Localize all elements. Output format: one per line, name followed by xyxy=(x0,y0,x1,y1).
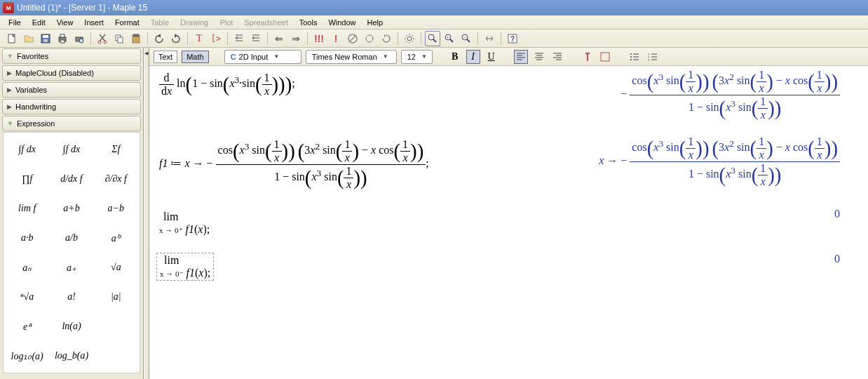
expr-template-15[interactable]: ⁿ√a xyxy=(6,286,48,308)
italic-button[interactable]: I xyxy=(466,50,480,64)
expr-template-1[interactable]: ∫f dx xyxy=(50,138,92,161)
expr-template-0[interactable]: ∫f dx xyxy=(6,138,48,161)
menu-tools[interactable]: Tools xyxy=(294,17,323,28)
cut-button[interactable] xyxy=(95,31,110,46)
bullet-list-button[interactable] xyxy=(628,50,642,64)
toolbar-separator xyxy=(307,32,308,45)
svg-point-30 xyxy=(630,53,632,55)
math-input-active[interactable]: limx → 0⁻ f1(x); xyxy=(156,253,214,281)
menu-help[interactable]: Help xyxy=(362,17,389,28)
expr-template-3[interactable]: ∏f xyxy=(6,168,48,190)
align-left-button[interactable] xyxy=(514,50,528,64)
palette-expression[interactable]: ▼Expression xyxy=(2,116,141,131)
svg-point-17 xyxy=(366,35,373,42)
toggle-button[interactable] xyxy=(482,31,497,46)
expr-template-14[interactable]: √a xyxy=(95,256,137,279)
svg-text:−: − xyxy=(463,35,466,39)
undo-button[interactable] xyxy=(151,31,167,46)
expr-template-11[interactable]: aᵇ xyxy=(95,227,137,249)
math-mode-button[interactable]: Math xyxy=(182,51,208,63)
align-center-button[interactable] xyxy=(532,50,546,64)
size-combo[interactable]: 12▼ xyxy=(401,50,433,64)
menu-insert[interactable]: Insert xyxy=(79,17,109,28)
number-list-button[interactable]: 123 xyxy=(646,50,660,64)
worksheet[interactable]: ddx ln(1 − sin(x3·sin(1x))); − cos(x3 si… xyxy=(149,66,868,379)
spellcheck-button[interactable] xyxy=(598,50,612,64)
open-button[interactable] xyxy=(21,31,36,46)
restart-button[interactable] xyxy=(379,31,394,46)
palette-handwriting[interactable]: ▶Handwriting xyxy=(2,99,141,114)
menu-window[interactable]: Window xyxy=(323,17,361,28)
math-input[interactable]: f1 ≔ x → − cos(x3 sin(1x)) (3x2 sin(1x) … xyxy=(156,135,432,194)
expr-template-5[interactable]: ∂/∂x f xyxy=(95,168,137,190)
copy-button[interactable] xyxy=(111,31,127,46)
debug-button[interactable] xyxy=(362,31,377,46)
expr-template-8[interactable]: a−b xyxy=(95,197,137,220)
palette-maplecloud[interactable]: ▶MapleCloud (Disabled) xyxy=(2,65,141,81)
text-mode-button[interactable]: Text xyxy=(154,51,177,63)
paste-button[interactable] xyxy=(128,31,144,46)
combo-icon: C xyxy=(231,53,236,61)
expr-template-17[interactable]: |a| xyxy=(95,286,137,308)
menu-file[interactable]: File xyxy=(3,17,27,28)
stop-button[interactable] xyxy=(345,31,360,46)
gear-button[interactable] xyxy=(402,31,417,46)
menu-format[interactable]: Format xyxy=(109,17,145,28)
expr-template-7[interactable]: a+b xyxy=(50,197,92,220)
expr-template-10[interactable]: a/b xyxy=(50,227,92,249)
expr-template-12[interactable]: aₙ xyxy=(6,256,48,279)
forward-button[interactable]: ⇒ xyxy=(288,31,304,46)
expr-template-13[interactable]: a₊ xyxy=(50,256,92,279)
toolbar-separator xyxy=(187,32,188,45)
combo-value: Times New Roman xyxy=(312,53,377,61)
expr-template-6[interactable]: lim f xyxy=(6,197,48,220)
zoom-default-button[interactable] xyxy=(425,31,440,46)
expr-template-22[interactable]: log_b(a) xyxy=(50,345,92,367)
zoom-in-button[interactable]: + xyxy=(442,31,457,46)
font-combo[interactable]: Times New Roman▼ xyxy=(306,50,397,64)
expr-template-16[interactable]: a! xyxy=(50,286,92,308)
align-right-button[interactable] xyxy=(550,50,564,64)
help-button[interactable]: ? xyxy=(505,31,520,46)
expand-icon: ▼ xyxy=(7,53,13,60)
zoom-out-button[interactable]: − xyxy=(459,31,474,46)
svg-line-16 xyxy=(350,36,355,41)
bold-button[interactable]: B xyxy=(448,50,462,64)
menu-view[interactable]: View xyxy=(51,17,79,28)
expr-template-18[interactable]: eᵃ xyxy=(6,315,48,338)
indent-button[interactable] xyxy=(231,31,247,46)
insert-prompt-button[interactable]: [> xyxy=(208,31,224,46)
redo-button[interactable] xyxy=(168,31,184,46)
paragraph-button[interactable] xyxy=(580,50,594,64)
palette-variables[interactable]: ▶Variables xyxy=(2,82,141,98)
expr-template-21[interactable]: log₁₀(a) xyxy=(6,345,48,367)
menu-plot: Plot xyxy=(214,17,238,28)
math-input[interactable]: ddx ln(1 − sin(x3·sin(1x))); xyxy=(156,69,298,100)
save-button[interactable] xyxy=(38,31,53,46)
toolbar-separator xyxy=(477,32,478,45)
print-preview-button[interactable] xyxy=(72,31,87,46)
underline-button[interactable]: U xyxy=(484,50,499,64)
chevron-down-icon: ▼ xyxy=(383,53,388,60)
print-button[interactable] xyxy=(55,31,70,46)
expr-template-19[interactable]: ln(a) xyxy=(50,315,92,338)
expr-template-20 xyxy=(95,315,137,338)
back-button[interactable]: ⇐ xyxy=(271,31,287,46)
execute-button[interactable]: ! xyxy=(328,31,344,46)
palette-label: Expression xyxy=(17,119,55,128)
palette-favorites[interactable]: ▼Favorites xyxy=(2,48,141,64)
new-button[interactable] xyxy=(4,31,20,46)
input-mode-combo[interactable]: C2D Input▼ xyxy=(224,50,301,64)
execute-all-button[interactable]: !!! xyxy=(311,31,327,46)
palette-sidebar: ▼Favorites ▶MapleCloud (Disabled) ▶Varia… xyxy=(0,48,144,379)
math-input[interactable]: limx → 0⁺ f1(x); xyxy=(156,208,212,239)
math-output: 0 xyxy=(214,253,861,265)
insert-text-button[interactable]: T xyxy=(191,31,207,46)
svg-rect-12 xyxy=(118,37,123,43)
expr-template-9[interactable]: a·b xyxy=(6,227,48,249)
outdent-button[interactable] xyxy=(248,31,264,46)
sidebar-divider[interactable] xyxy=(144,48,149,379)
expr-template-4[interactable]: d/dx f xyxy=(50,168,92,190)
expr-template-2[interactable]: Σf xyxy=(95,138,137,161)
menu-edit[interactable]: Edit xyxy=(27,17,51,28)
